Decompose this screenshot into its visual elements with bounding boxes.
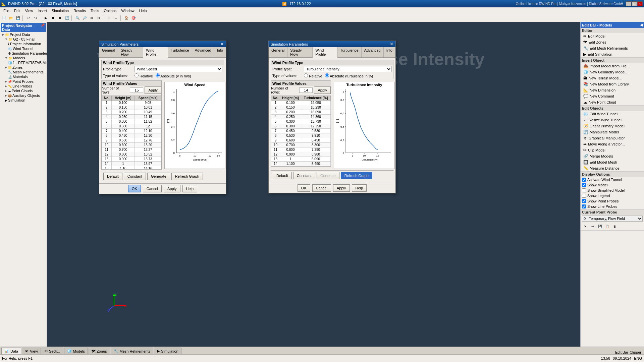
probe-btn-4[interactable]: 📋 (604, 223, 611, 230)
tb-btn-10[interactable]: ↔ (113, 15, 119, 21)
radio-absolute-1[interactable] (156, 73, 160, 77)
dialog1-apply-btn[interactable]: Apply (164, 185, 180, 192)
tab-data[interactable]: 📊 Data (1, 348, 21, 354)
dialog1-ok-btn[interactable]: OK (128, 185, 141, 192)
profile-type-select-2[interactable]: Turbulence Intensity (304, 66, 392, 72)
tree-simulation[interactable]: ▶ Simulation (1, 98, 46, 103)
tree-line-probes[interactable]: ▶ 📏 Line Probes (1, 84, 46, 88)
rs-manipulate-model[interactable]: 🔄Manipulate Model (581, 129, 644, 135)
dialog2-constant-btn[interactable]: Constant (293, 172, 315, 179)
probe-btn-1[interactable]: ✕ (582, 223, 589, 230)
edit-bar-tab[interactable]: Edit Bar (615, 350, 628, 354)
rs-orient-primary[interactable]: 🧭Orient Primary Model (581, 123, 644, 129)
tab-view[interactable]: 👁 View (22, 348, 41, 354)
menu-tools[interactable]: Tools (89, 8, 101, 13)
dialog1-refresh-btn[interactable]: Refresh Graph (171, 173, 203, 180)
probe-btn-5[interactable]: 🗑 (611, 223, 618, 230)
dialog1-close[interactable]: ✕ (220, 42, 224, 46)
rs-edit-model[interactable]: ✏Edit Model (581, 33, 644, 39)
dialog2-title[interactable]: Simulation Parameters ✕ (269, 41, 395, 47)
tab-models[interactable]: 🧊 Models (64, 348, 88, 354)
num-rows-input-2[interactable] (299, 87, 313, 93)
dialog1-title[interactable]: Simulation Parameters ✕ (99, 41, 226, 47)
rs-edit-wind-tunnel[interactable]: 💨Edit Wind Tunnel... (581, 111, 644, 117)
tb-btn-2[interactable]: ⏹ (50, 15, 56, 21)
rs-show-simplified[interactable]: Show Simplified Model (581, 188, 644, 193)
rs-new-dimension[interactable]: 📐New Dimension (581, 87, 644, 93)
menu-simulation[interactable]: Simulation (50, 8, 71, 13)
tb-btn-8[interactable]: ⊖ (95, 15, 102, 21)
undo-button[interactable]: ↩ (25, 15, 32, 21)
menu-options[interactable]: Options (102, 8, 119, 13)
rs-resize-wind-tunnel[interactable]: ↔Resize Wind Tunnel (581, 117, 644, 123)
dialog2-generate-btn[interactable]: Generate (317, 172, 339, 179)
rs-activate-wind-tunnel[interactable]: Activate Wind Tunnel (581, 177, 644, 182)
tree-mesh[interactable]: 🔧 Mesh Refinements (1, 70, 46, 74)
tree-wind-tunnel[interactable]: 💨 Wind Tunnel (1, 46, 46, 51)
chk-line-probes[interactable] (582, 204, 586, 208)
dialog2-tab-advanced[interactable]: Advanced (362, 47, 384, 57)
rs-new-library[interactable]: 📚New Model from Library... (581, 81, 644, 87)
rs-import-model[interactable]: 📥Import Model from File... (581, 63, 644, 69)
tree-point-probes[interactable]: ▶ 📌 Point Probes (1, 79, 46, 84)
chk-simplified[interactable] (582, 188, 586, 192)
dialog1-tab-advanced[interactable]: Advanced (192, 47, 214, 57)
dialog2-default-btn[interactable]: Default (273, 172, 292, 179)
tab-mesh[interactable]: 🔧 Mesh Refinements (111, 348, 154, 354)
tb-btn-11[interactable]: 🏠 (123, 15, 130, 21)
tb-btn-1[interactable]: ▶ (43, 15, 49, 21)
dialog1-tab-steady[interactable]: Steady Flow (118, 47, 143, 57)
tb-btn-3[interactable]: ⏸ (57, 15, 63, 21)
dialog2-help-btn[interactable]: Help (352, 184, 367, 192)
tree-model-1[interactable]: 🧊 1 - RFEM/RSTAB Mo... (1, 60, 46, 65)
tb-btn-5[interactable]: 🔍 (74, 15, 81, 21)
profile-type-select[interactable]: Wind Speed (135, 66, 222, 72)
save-button[interactable]: 💾 (15, 15, 21, 21)
chk-wind-tunnel[interactable] (582, 178, 586, 182)
current-probe-select[interactable]: 0 - Temporary, Flow Field (582, 216, 643, 222)
rs-show-model[interactable]: Show Model (581, 182, 644, 188)
open-button[interactable]: 📂 (8, 15, 14, 21)
tb-btn-4[interactable]: 🔄 (64, 15, 70, 21)
rs-collapse-icon[interactable]: ◀ (640, 23, 643, 27)
tb-btn-12[interactable]: 🎯 (130, 15, 137, 21)
tree-point-clouds[interactable]: ▶ ☁ Point Clouds (1, 88, 46, 93)
rs-edit-mesh[interactable]: 🔧Edit Mesh Refinements (581, 45, 644, 51)
dialog2-ok-btn[interactable]: OK (298, 184, 310, 192)
rs-merge-models[interactable]: 🔗Merge Models (581, 153, 644, 159)
pin-icon[interactable]: 📌 (41, 23, 45, 32)
tree-materials[interactable]: 🔬 Materials (1, 74, 46, 79)
apply-rows-btn-1[interactable]: Apply (145, 86, 161, 94)
dialog2-tab-turbulence[interactable]: Turbulence (337, 47, 362, 57)
tree-sim-params[interactable]: ⚙ Simulation Parameters (1, 51, 46, 56)
tab-section[interactable]: ✂ Secti... (42, 348, 63, 354)
chk-show-model[interactable] (582, 183, 586, 187)
dialog2-refresh-btn[interactable]: Refresh Graph (341, 172, 372, 179)
rs-edit-model-mesh[interactable]: 🔲Edit Model Mesh (581, 159, 644, 165)
probe-btn-2[interactable]: ↩ (589, 223, 596, 230)
menu-results[interactable]: Results (71, 8, 88, 13)
chk-point-probes[interactable] (582, 199, 586, 203)
menu-insert[interactable]: Insert (36, 8, 49, 13)
rs-new-terrain[interactable]: 🏔New Terrain Model... (581, 75, 644, 81)
rs-graphical-manip[interactable]: 🖱Graphical Manipulator (581, 135, 644, 141)
menu-view[interactable]: View (23, 8, 35, 13)
tree-models[interactable]: ▼ 📁 Models (1, 56, 46, 60)
num-rows-input-1[interactable] (130, 87, 143, 93)
rs-edit-zones[interactable]: 🗺Edit Zones (581, 39, 644, 45)
menu-file[interactable]: File (1, 8, 11, 13)
new-button[interactable]: 📄 (1, 15, 7, 21)
probe-btn-3[interactable]: 💾 (597, 223, 603, 230)
dialog1-generate-btn[interactable]: Generate (147, 173, 170, 180)
dialog1-tab-windprofile[interactable]: Wind Profile (143, 47, 168, 58)
tree-project-data[interactable]: ▶ 📁 Project Data (1, 32, 46, 37)
rs-new-pointcloud[interactable]: ☁New Point Cloud (581, 99, 644, 105)
menu-edit[interactable]: Edit (12, 8, 22, 13)
apply-rows-btn-2[interactable]: Apply (314, 86, 331, 94)
rs-measure-dist[interactable]: 📏Measure Distance (581, 165, 644, 171)
dialog2-close[interactable]: ✕ (390, 42, 393, 46)
radio-relative-2[interactable] (304, 73, 308, 77)
dialog1-default-btn[interactable]: Default (103, 173, 122, 180)
dialog2-tab-windprofile[interactable]: Wind Profile (313, 47, 337, 58)
tb-btn-7[interactable]: ⊕ (88, 15, 95, 21)
